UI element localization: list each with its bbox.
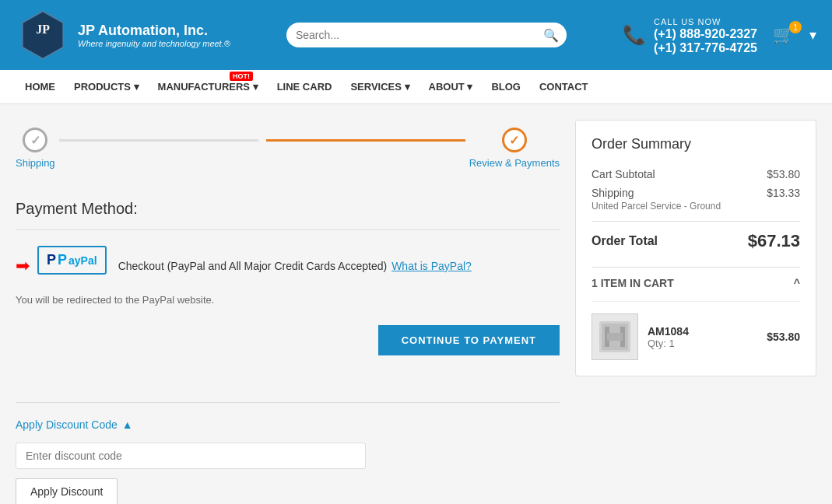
logo-area: JP JP Automation, Inc. Where ingenuity a… [16, 8, 230, 62]
step-shipping-label: Shipping [16, 157, 55, 169]
shipping-row: Shipping $13.33 [592, 187, 800, 199]
tagline: Where ingenuity and technology meet.® [78, 39, 230, 48]
paypal-wordmark: ayPal [68, 254, 97, 267]
discount-divider [16, 402, 560, 403]
search-area: 🔍 [286, 23, 567, 47]
svg-text:JP: JP [36, 23, 50, 36]
payment-method-row: ➡ P P ayPal Checkout (PayPal and All Maj… [16, 246, 560, 286]
main-content: ✓ Shipping ✓ Review & Payments Payment M… [0, 104, 832, 504]
phone-number-1: (+1) 888-920-2327 [654, 27, 757, 41]
nav-item-linecard[interactable]: LINE CARD [268, 70, 342, 103]
shipping-value: $13.33 [767, 187, 800, 199]
continue-to-payment-button[interactable]: CONTINUE TO PAYMENT [378, 325, 560, 355]
header: JP JP Automation, Inc. Where ingenuity a… [0, 0, 832, 70]
discount-code-input[interactable] [16, 443, 366, 469]
order-total-row: Order Total $67.13 [592, 231, 800, 251]
order-total-value: $67.13 [748, 231, 800, 251]
paypal-p-dark: P [47, 252, 56, 268]
step-review: ✓ Review & Payments [469, 128, 560, 169]
nav-item-blog[interactable]: BLOG [482, 70, 530, 103]
left-column: ✓ Shipping ✓ Review & Payments Payment M… [16, 120, 560, 504]
items-collapse-icon: ^ [794, 277, 800, 289]
nav-bar: HOT! HOME PRODUCTS ▾ MANUFACTURERS ▾ LIN… [0, 70, 832, 104]
apply-discount-button[interactable]: Apply Discount [16, 478, 118, 504]
svg-rect-6 [607, 333, 623, 341]
paypal-option[interactable]: P P ayPal [37, 246, 107, 275]
items-in-cart-header[interactable]: 1 ITEM IN CART ^ [592, 277, 800, 289]
shipping-method: United Parcel Service - Ground [592, 201, 800, 212]
paypal-logo: P P ayPal [47, 252, 97, 268]
what-is-paypal-link[interactable]: What is PayPal? [391, 260, 472, 272]
redirect-notice: You will be redirected to the PayPal web… [16, 294, 560, 306]
right-column: Order Summary Cart Subtotal $53.80 Shipp… [575, 120, 816, 504]
item-cart-divider [592, 301, 800, 302]
nav-item-products[interactable]: PRODUCTS ▾ [65, 70, 149, 103]
discount-toggle[interactable]: Apply Discount Code ▲ [16, 418, 560, 431]
phone-info: CALL US NOW (+1) 888-920-2327 (+1) 317-7… [654, 15, 757, 55]
cart-dropdown-icon[interactable]: ▾ [809, 26, 816, 44]
cart-button[interactable]: 🛒 1 [765, 21, 802, 49]
items-in-cart-label: 1 ITEM IN CART [592, 277, 674, 289]
nav-item-services[interactable]: SERVICES ▾ [341, 70, 419, 103]
cart-item: AM1084 Qty: 1 $53.80 [592, 313, 800, 360]
contact-area: 📞 CALL US NOW (+1) 888-920-2327 (+1) 317… [623, 15, 816, 55]
total-divider [592, 221, 800, 222]
step-review-label: Review & Payments [469, 157, 560, 169]
cart-item-qty: Qty: 1 [648, 338, 757, 349]
hot-badge: HOT! [230, 72, 253, 81]
order-summary-title: Order Summary [592, 136, 800, 152]
payment-divider [16, 229, 560, 230]
company-name: JP Automation, Inc. [78, 23, 230, 39]
discount-toggle-label: Apply Discount Code [16, 418, 118, 431]
order-total-label: Order Total [592, 234, 658, 248]
checkout-steps: ✓ Shipping ✓ Review & Payments [16, 120, 560, 177]
payment-section-title: Payment Method: [16, 200, 560, 218]
connector-left [59, 139, 258, 142]
paypal-p-light: P [58, 252, 67, 268]
connector-right [266, 139, 465, 142]
search-button[interactable]: 🔍 [543, 28, 559, 43]
cart-subtotal-value: $53.80 [767, 168, 800, 180]
logo-text: JP Automation, Inc. Where ingenuity and … [78, 23, 230, 48]
cart-badge: 1 [789, 21, 802, 33]
shipping-label: Shipping [592, 187, 634, 199]
cart-subtotal-label: Cart Subtotal [592, 168, 655, 180]
nav-item-home[interactable]: HOME [16, 70, 65, 103]
arrow-indicator: ➡ [16, 256, 30, 276]
phone-icon: 📞 [623, 24, 646, 46]
call-us-label: CALL US NOW [654, 17, 721, 26]
nav-item-about[interactable]: ABOUT ▾ [420, 70, 483, 103]
continue-btn-container: CONTINUE TO PAYMENT [16, 325, 560, 379]
items-divider [592, 267, 800, 268]
step-review-circle: ✓ [502, 128, 527, 152]
cart-item-name: AM1084 [648, 325, 757, 338]
phone-number-2: (+1) 317-776-4725 [654, 41, 757, 55]
step-shipping-circle: ✓ [23, 128, 47, 152]
nav-item-contact[interactable]: CONTACT [530, 70, 598, 103]
logo-icon: JP [16, 8, 70, 62]
cart-item-image [592, 313, 638, 360]
cart-item-price: $53.80 [767, 331, 800, 343]
search-input[interactable] [286, 23, 567, 47]
cart-item-details: AM1084 Qty: 1 [648, 325, 757, 349]
step-shipping: ✓ Shipping [16, 128, 55, 169]
cart-subtotal-row: Cart Subtotal $53.80 [592, 168, 800, 180]
order-summary-box: Order Summary Cart Subtotal $53.80 Shipp… [575, 120, 816, 376]
product-thumbnail [595, 317, 634, 356]
payment-description: Checkout (PayPal and All Major Credit Ca… [118, 260, 388, 272]
discount-toggle-icon: ▲ [122, 418, 133, 431]
